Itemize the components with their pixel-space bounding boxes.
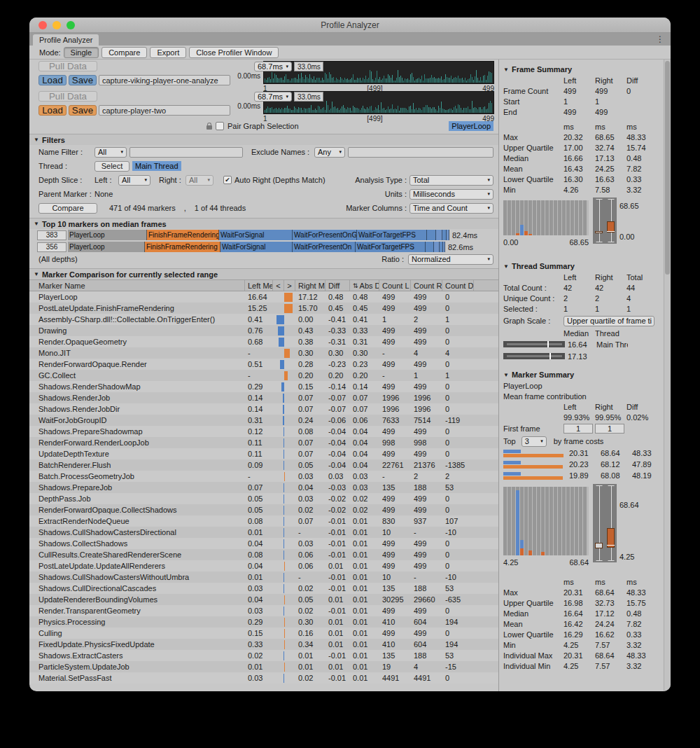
table-row[interactable]: Material.SetPassFast0.030.02-0.010.01449…: [29, 672, 498, 684]
depth-left-dropdown[interactable]: All▾: [118, 175, 150, 186]
top10-segment[interactable]: WaitForTargetFPS: [356, 242, 426, 252]
top10-segment[interactable]: PlayerLoop: [68, 230, 147, 240]
table-row[interactable]: PostLateUpdate.UpdateAllRenderers0.040.0…: [29, 560, 498, 572]
table-row[interactable]: ExtractRenderNodeQueue0.080.07-0.010.018…: [29, 515, 498, 527]
close-profiler-button[interactable]: Close Profiler Window: [189, 47, 279, 58]
marker-columns-dropdown[interactable]: Time and Count▾: [410, 203, 493, 214]
table-row[interactable]: FixedUpdate.PhysicsFixedUpdate0.330.340.…: [29, 639, 498, 650]
graph-scale-dropdown-right[interactable]: 68.7ms▾: [254, 92, 292, 102]
table-row[interactable]: CullResults.CreateSharedRendererScene0.0…: [29, 549, 498, 560]
top10-segment[interactable]: [447, 230, 449, 240]
save-button-right[interactable]: Save: [69, 105, 97, 116]
table-row[interactable]: PostLateUpdate.FinishFrameRendering15.25…: [29, 303, 498, 314]
ratio-dropdown[interactable]: Normalized▾: [408, 254, 493, 265]
column-abs-diff[interactable]: ⇅Abs Diff: [350, 280, 379, 291]
first-frame-left-button[interactable]: 1: [564, 424, 593, 434]
table-row[interactable]: RenderForwardOpaque.Render0.510.28-0.230…: [29, 359, 498, 370]
table-row[interactable]: Shadows.ExtractCasters0.020.01-0.010.011…: [29, 650, 498, 661]
analysis-type-dropdown[interactable]: Total▾: [410, 175, 493, 186]
top-cost-row[interactable]: 20.2368.1247.89: [499, 459, 664, 470]
frame-summary-header[interactable]: ▼ Frame Summary: [499, 64, 664, 75]
top-cost-row[interactable]: 19.8968.0848.19: [499, 470, 664, 481]
column-count-right[interactable]: Count R: [411, 280, 442, 291]
column-right-median[interactable]: Right M: [295, 280, 326, 291]
top10-segment[interactable]: [443, 242, 445, 252]
marker-box-plot[interactable]: [593, 484, 617, 562]
exclude-mode-dropdown[interactable]: Any▾: [314, 147, 345, 158]
table-row[interactable]: Shadows.RenderShadowMap0.290.15-0.140.14…: [29, 381, 498, 392]
frame-index-button[interactable]: 356: [37, 242, 66, 252]
titlebar[interactable]: Profile Analyzer: [29, 18, 671, 33]
top10-segment[interactable]: WaitForPresentOnG: [293, 230, 357, 240]
top-n-dropdown[interactable]: 3▾: [522, 436, 547, 447]
table-row[interactable]: BatchRenderer.Flush0.090.05-0.040.042276…: [29, 459, 498, 471]
column-right-bar[interactable]: >: [284, 280, 295, 291]
top10-segment[interactable]: FinishFrameRendering: [147, 230, 219, 240]
table-row[interactable]: PlayerLoop16.6417.120.480.484994990: [29, 291, 498, 303]
thread-value-chip[interactable]: Main Thread: [132, 161, 181, 171]
top10-segment[interactable]: WaitForSignal: [220, 242, 293, 252]
first-frame-right-button[interactable]: 1: [595, 424, 624, 434]
zoom-window-button[interactable]: [66, 21, 75, 29]
table-row[interactable]: DepthPass.Job0.050.03-0.020.024994990: [29, 493, 498, 504]
marker-histogram[interactable]: [503, 487, 589, 555]
scrollbar-thumb[interactable]: [665, 61, 670, 275]
column-count-diff[interactable]: Count D: [442, 280, 474, 291]
graph-ymax-field-left[interactable]: 33.0ms: [294, 62, 323, 71]
table-row[interactable]: Culling0.150.160.010.014994990: [29, 628, 498, 639]
load-button-right[interactable]: Load: [38, 105, 66, 116]
table-row[interactable]: Mono.JIT-0.300.300.30-44: [29, 347, 498, 359]
top10-segment[interactable]: WaitForTargetFPS: [357, 230, 427, 240]
top10-segment[interactable]: [426, 242, 434, 252]
column-count-left[interactable]: Count L: [379, 280, 411, 291]
graph-ymax-field-right[interactable]: 33.0ms: [294, 92, 323, 102]
table-row[interactable]: RenderForward.RenderLoopJob0.110.07-0.04…: [29, 437, 498, 448]
table-row[interactable]: Batch.ProcessGeometryJob-0.030.030.03-22: [29, 471, 498, 482]
table-row[interactable]: Physics.Processing0.290.300.010.01410604…: [29, 616, 498, 628]
thread-row[interactable]: 17.13: [499, 350, 664, 362]
table-row[interactable]: RenderForwardOpaque.CollectShadows0.050.…: [29, 504, 498, 515]
frame-histogram[interactable]: [503, 200, 589, 235]
table-row[interactable]: Render.OpaqueGeometry0.680.38-0.310.3149…: [29, 336, 498, 347]
depth-right-dropdown[interactable]: All▾: [186, 175, 214, 186]
frame-index-button[interactable]: 383: [37, 230, 66, 240]
mode-single-button[interactable]: Single: [64, 47, 99, 58]
frame-time-graph-right[interactable]: 68.7ms▾ 33.0ms: [263, 91, 494, 114]
table-row[interactable]: Shadows.RenderJob0.140.07-0.070.07199619…: [29, 392, 498, 403]
export-button[interactable]: Export: [150, 47, 186, 58]
top-cost-row[interactable]: 20.3168.6448.33: [499, 448, 664, 459]
units-dropdown[interactable]: Milliseconds▾: [410, 189, 493, 200]
filters-header[interactable]: ▼ Filters: [29, 134, 498, 145]
minimize-window-button[interactable]: [52, 21, 61, 29]
top10-stacked-bar[interactable]: PlayerLoopFinishFrameRenderingWaitForSig…: [68, 230, 494, 240]
column-left-median[interactable]: Left Me: [245, 280, 273, 291]
table-row[interactable]: Shadows.CullDirectionalCascades0.030.02-…: [29, 583, 498, 594]
frame-box-plot[interactable]: [593, 198, 617, 244]
table-row[interactable]: WaitForJobGroupID0.310.24-0.060.06763375…: [29, 415, 498, 426]
pull-data-button-left[interactable]: Pull Data: [38, 61, 97, 71]
exclude-names-input[interactable]: [348, 147, 493, 158]
table-row[interactable]: Assembly-CSharp.dll!::Collectable.OnTrig…: [29, 314, 498, 325]
table-row[interactable]: Shadows.RenderJobDir0.140.07-0.070.07199…: [29, 403, 498, 415]
table-row[interactable]: GC.Collect-0.200.200.20-11: [29, 370, 498, 381]
name-filter-input[interactable]: [130, 147, 243, 158]
pair-graph-selection-checkbox[interactable]: [216, 122, 224, 130]
top10-segment[interactable]: [427, 230, 436, 240]
table-row[interactable]: Drawing0.760.43-0.330.334994990: [29, 325, 498, 336]
capture-name-field-left[interactable]: capture-viking-player-one-analyze: [99, 75, 230, 85]
table-row[interactable]: Shadows.CullShadowCastersDirectional0.01…: [29, 527, 498, 538]
save-button-left[interactable]: Save: [69, 75, 97, 85]
selected-marker-chip[interactable]: PlayerLoop: [449, 121, 493, 131]
thread-row[interactable]: 16.64Main Thread: [499, 338, 664, 350]
compare-button[interactable]: Compare: [38, 203, 97, 214]
column-diff[interactable]: Diff: [326, 280, 350, 291]
table-row[interactable]: Render.TransparentGeometry0.030.02-0.010…: [29, 605, 498, 616]
table-row[interactable]: Shadows.CullShadowCastersWithoutUmbra0.0…: [29, 572, 498, 583]
table-row[interactable]: Shadows.PrepareJob0.070.04-0.030.0313518…: [29, 482, 498, 493]
table-row[interactable]: Shadows.PrepareShadowmap0.120.08-0.040.0…: [29, 426, 498, 437]
top10-stacked-bar[interactable]: PlayerLoopFinishFrameRenderingWaitForSig…: [68, 242, 494, 252]
frame-time-graph-left[interactable]: 68.7ms▾ 33.0ms: [263, 61, 494, 84]
top10-segment[interactable]: FinishFrameRendering: [145, 242, 220, 252]
top10-segment[interactable]: WaitForSignal: [219, 230, 293, 240]
tab-profile-analyzer[interactable]: Profile Analyzer: [33, 34, 99, 46]
